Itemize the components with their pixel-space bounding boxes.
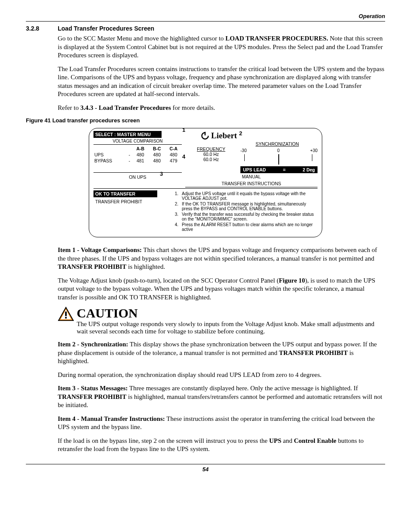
- item-1c: is highlighted.: [127, 263, 165, 270]
- para-3: Refer to 3.4.3 - Load Transfer Procedure…: [58, 104, 385, 112]
- vc-h0: [93, 146, 127, 152]
- freq-ups: 60.0 Hz: [185, 152, 237, 157]
- lcd-screen: 1 2 3 4 SELECT : MASTER MENU VOLTAGE COM…: [89, 128, 322, 237]
- item-2-lead: Item 2 - Synchronization:: [58, 341, 128, 348]
- item-1: Item 1 - Voltage Comparisons: This chart…: [58, 246, 385, 271]
- item-1-para2: The Voltage Adjust knob (push-to-turn), …: [58, 277, 385, 302]
- step-3-text: Verify that the transfer was successful …: [182, 212, 318, 221]
- voltage-comparison-table: A-B B-C C-A UPS - 480 480 480 BYPASS -: [93, 146, 182, 164]
- vc-h1: A-B: [132, 146, 149, 152]
- manual-label: MANUAL: [185, 174, 318, 179]
- sync-val: 2 Deg: [302, 167, 315, 172]
- item-3b-bold: TRANSFER PROHIBIT: [58, 393, 127, 400]
- step-3: 3.Verify that the transfer was successfu…: [172, 212, 318, 221]
- sync-pos: +30: [310, 148, 318, 153]
- sync-neg: -30: [240, 148, 246, 153]
- caution-block: CAUTION The UPS output voltage responds …: [58, 307, 385, 335]
- para-1: Go to the SCC Master Menu and move the h…: [58, 34, 385, 60]
- item-2-para2: During normal operation, the synchroniza…: [58, 371, 385, 380]
- item-1b-bold: TRANSFER PROHIBIT: [58, 263, 127, 270]
- para-3b-bold: 3.4.3 - Load Transfer Procedures: [80, 104, 171, 111]
- step-1: 1.Adjust the UPS voltage until it equals…: [172, 191, 318, 201]
- vc-bypass-bc: 480: [149, 158, 165, 164]
- item-1p2b-bold: Figure 10: [279, 277, 305, 284]
- frequency-label: FREQUENCY: [185, 146, 237, 152]
- brand-name: Liebert: [211, 131, 237, 140]
- para-3c: for more details.: [171, 104, 215, 111]
- sync-scale: -30 0 +30: [240, 148, 318, 153]
- item-4-lead: Item 4 - Manual Transfer Instructions:: [58, 415, 165, 422]
- section-heading: 3.2.8 Load Transfer Procedures Screen: [26, 25, 385, 32]
- voltage-comparison-block: SELECT : MASTER MENU VOLTAGE COMPARISON …: [93, 131, 182, 187]
- item-4p2a: If the load is on the bypass line, step …: [58, 437, 269, 444]
- vc-h2: B-C: [149, 146, 165, 152]
- page-number: 54: [26, 466, 385, 473]
- vc-bypass-dash: -: [127, 158, 132, 164]
- para-1a: Go to the SCC Master Menu and move the h…: [58, 35, 225, 42]
- svg-rect-0: [205, 132, 206, 135]
- callout-3: 3: [160, 171, 163, 177]
- brand: Liebert: [201, 131, 318, 140]
- status-messages: OK TO TRANSFER TRANSFER PROHIBIT: [93, 190, 169, 233]
- sync-status: UPS LEAD = 2 Deg: [240, 166, 318, 173]
- item-2b-bold: TRANSFER PROHIBIT: [279, 349, 348, 356]
- item-2: Item 2 - Synchronization: This display s…: [58, 340, 385, 366]
- top-rule: [26, 21, 385, 22]
- vc-row-bypass: BYPASS - 481 480 479: [93, 158, 182, 164]
- sync-zero: 0: [277, 148, 280, 153]
- step-1-text: Adjust the UPS voltage until it equals t…: [182, 191, 318, 201]
- svg-rect-4: [65, 311, 67, 316]
- sync-eq: =: [283, 167, 286, 172]
- step-4-text: Press the ALARM RESET button to clear al…: [182, 222, 318, 232]
- vc-ups-ab: 480: [132, 152, 149, 158]
- item-4p2b-bold: UPS: [269, 437, 281, 444]
- figure-caption: Figure 41 Load transfer procedures scree…: [26, 117, 385, 124]
- voltage-comparison-label: VOLTAGE COMPARISON: [93, 139, 182, 143]
- item-4p2c: and: [281, 437, 294, 444]
- para-2: The Load Transfer Procedures screen cont…: [58, 65, 385, 99]
- item-4-para2: If the load is on the bypass line, step …: [58, 437, 385, 454]
- running-head: Operation: [26, 13, 385, 19]
- vc-bypass-ca: 479: [165, 158, 182, 164]
- item-3-lead: Item 3 - Status Messages:: [58, 385, 128, 392]
- vc-row-ups: UPS - 480 480 480: [93, 152, 182, 158]
- item-1p2a: The Voltage Adjust knob (push-to-turn), …: [58, 277, 279, 284]
- transfer-prohibit: TRANSFER PROHIBIT: [93, 199, 169, 204]
- liebert-logo-icon: [201, 132, 209, 140]
- vc-bypass-label: BYPASS: [93, 158, 127, 164]
- vc-ups-ca: 480: [165, 152, 182, 158]
- caution-title: CAUTION: [77, 307, 385, 320]
- ok-to-transfer: OK TO TRANSFER: [93, 190, 157, 197]
- sync-lead: UPS LEAD: [243, 167, 266, 172]
- vc-ups-dash: -: [127, 152, 132, 158]
- section-title: Load Transfer Procedures Screen: [58, 25, 154, 32]
- select-master-menu: SELECT : MASTER MENU: [93, 131, 162, 138]
- item-3: Item 3 - Status Messages: Three messages…: [58, 384, 385, 410]
- caution-body: The UPS output voltage responds very slo…: [77, 320, 385, 335]
- bottom-rule: [26, 464, 385, 464]
- step-4: 4.Press the ALARM RESET button to clear …: [172, 222, 318, 232]
- transfer-steps: 1.Adjust the UPS voltage until it equals…: [172, 190, 318, 233]
- freq-bypass: 60.0 Hz: [185, 157, 237, 162]
- transfer-instructions-title: TRANSFER INSTRUCTIONS: [185, 181, 318, 187]
- vc-header-row: A-B B-C C-A: [93, 146, 182, 152]
- section-number: 3.2.8: [26, 25, 58, 32]
- item-4: Item 4 - Manual Transfer Instructions: T…: [58, 415, 385, 432]
- vc-bypass-ab: 481: [132, 158, 149, 164]
- vc-h3: C-A: [165, 146, 182, 152]
- figure-41: 1 2 3 4 SELECT : MASTER MENU VOLTAGE COM…: [26, 128, 385, 237]
- step-2-text: If the OK TO TRANSFER message is highlig…: [182, 202, 318, 211]
- caution-icon: [58, 307, 74, 335]
- item-4p2d-bold: Control Enable: [294, 437, 336, 444]
- sync-block: Liebert SYNCHRONIZATION FREQUENCY 60.0 H…: [185, 131, 318, 187]
- step-2: 2.If the OK TO TRANSFER message is highl…: [172, 202, 318, 211]
- vc-ups-label: UPS: [93, 152, 127, 158]
- item-3a: Three messages are constantly displayed …: [128, 385, 358, 392]
- vc-ups-bc: 480: [149, 152, 165, 158]
- sync-label: SYNCHRONIZATION: [237, 141, 318, 146]
- para-1b-bold: LOAD TRANSFER PROCEDURES.: [225, 35, 328, 42]
- item-1-lead: Item 1 - Voltage Comparisons:: [58, 246, 142, 253]
- frequency-block: FREQUENCY 60.0 Hz 60.0 Hz: [185, 146, 237, 173]
- svg-rect-5: [65, 317, 67, 319]
- para-3a: Refer to: [58, 104, 80, 111]
